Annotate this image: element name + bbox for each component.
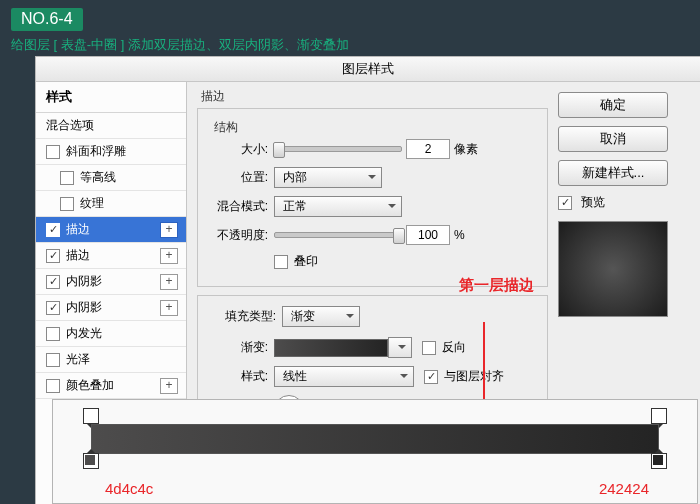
sidebar-item-satin[interactable]: 光泽	[36, 347, 186, 373]
gradient-swatch[interactable]	[274, 339, 388, 357]
size-unit: 像素	[454, 141, 478, 158]
blendmode-select[interactable]: 正常	[274, 196, 402, 217]
opacity-input[interactable]: 100	[406, 225, 450, 245]
opacity-slider[interactable]	[274, 232, 402, 238]
panel-title: 描边	[201, 88, 548, 105]
annotation-first-stroke: 第一层描边	[459, 276, 534, 295]
add-icon[interactable]: +	[160, 248, 178, 264]
position-label: 位置:	[210, 169, 268, 186]
color-label-left: 4d4c4c	[105, 480, 153, 497]
add-icon[interactable]: +	[160, 300, 178, 316]
sidebar-item-stroke-2[interactable]: 描边+	[36, 243, 186, 269]
add-icon[interactable]: +	[160, 222, 178, 238]
style-label: 样式:	[210, 368, 268, 385]
add-icon[interactable]: +	[160, 378, 178, 394]
opacity-label: 不透明度:	[210, 227, 268, 244]
sidebar-item-bevel[interactable]: 斜面和浮雕	[36, 139, 186, 165]
size-slider[interactable]	[274, 146, 402, 152]
preview-checkbox[interactable]	[558, 196, 572, 210]
ok-button[interactable]: 确定	[558, 92, 668, 118]
sidebar-item-coloroverlay[interactable]: 颜色叠加+	[36, 373, 186, 399]
preview-thumbnail	[558, 221, 668, 317]
reverse-checkbox[interactable]	[422, 341, 436, 355]
sidebar-item-contour[interactable]: 等高线	[36, 165, 186, 191]
gradient-dropdown[interactable]	[388, 337, 412, 358]
gradient-label: 渐变:	[210, 339, 268, 356]
sidebar-item-innershadow-1[interactable]: 内阴影+	[36, 269, 186, 295]
overprint-label: 叠印	[294, 253, 318, 270]
color-label-right: 242424	[599, 480, 649, 497]
color-stop-left[interactable]	[83, 453, 99, 469]
dialog-title: 图层样式	[36, 57, 700, 82]
align-label: 与图层对齐	[444, 368, 504, 385]
gradient-editor: 4d4c4c 242424	[52, 399, 698, 504]
opacity-stop-right[interactable]	[651, 408, 667, 424]
style-select[interactable]: 线性	[274, 366, 414, 387]
align-checkbox[interactable]	[424, 370, 438, 384]
gradient-bar[interactable]	[91, 424, 659, 454]
sidebar-item-stroke-1[interactable]: 描边+	[36, 217, 186, 243]
size-input[interactable]: 2	[406, 139, 450, 159]
percent-unit: %	[454, 228, 465, 242]
new-style-button[interactable]: 新建样式...	[558, 160, 668, 186]
filltype-label: 填充类型:	[210, 308, 276, 325]
sidebar-item-texture[interactable]: 纹理	[36, 191, 186, 217]
blendmode-label: 混合模式:	[210, 198, 268, 215]
preview-label: 预览	[581, 195, 605, 209]
sidebar-item-innerglow[interactable]: 内发光	[36, 321, 186, 347]
filltype-select[interactable]: 渐变	[282, 306, 360, 327]
size-label: 大小:	[210, 141, 268, 158]
opacity-stop-left[interactable]	[83, 408, 99, 424]
add-icon[interactable]: +	[160, 274, 178, 290]
structure-group: 结构 大小: 2 像素 位置: 内部 混合模式: 正常 不透	[197, 108, 548, 287]
step-caption: 给图层 [ 表盘-中圈 ] 添加双层描边、双层内阴影、渐变叠加	[11, 36, 349, 54]
sidebar-item-innershadow-2[interactable]: 内阴影+	[36, 295, 186, 321]
sidebar-heading: 样式	[36, 82, 186, 113]
cancel-button[interactable]: 取消	[558, 126, 668, 152]
sidebar-item-blending[interactable]: 混合选项	[36, 113, 186, 139]
structure-label: 结构	[214, 119, 535, 136]
overprint-checkbox[interactable]	[274, 255, 288, 269]
reverse-label: 反向	[442, 339, 466, 356]
step-tag: NO.6-4	[11, 8, 83, 31]
position-select[interactable]: 内部	[274, 167, 382, 188]
color-stop-right[interactable]	[651, 453, 667, 469]
